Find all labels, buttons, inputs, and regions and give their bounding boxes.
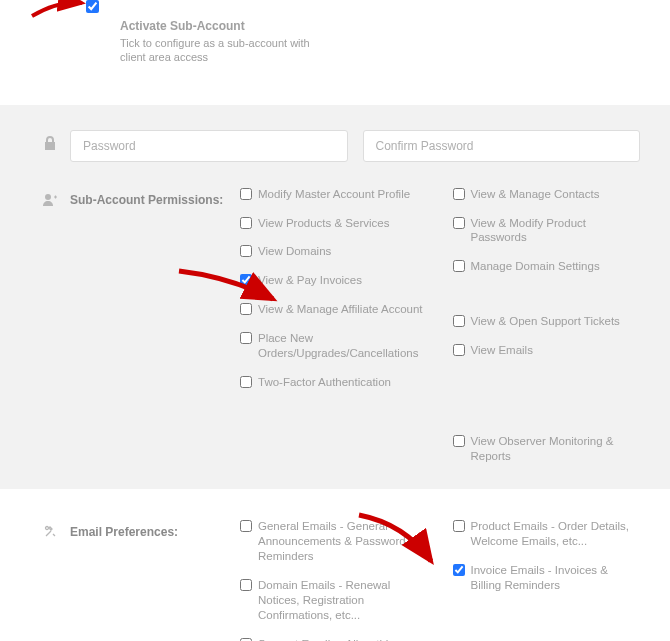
permission-checkbox[interactable] xyxy=(453,435,465,447)
permissions-left-column: Modify Master Account ProfileView Produc… xyxy=(240,187,428,465)
checkbox-item: View & Pay Invoices xyxy=(240,273,428,288)
lock-icon xyxy=(30,130,70,150)
activate-label: Activate Sub-Account xyxy=(120,19,640,33)
permission-label: Two-Factor Authentication xyxy=(258,375,391,390)
permissions-right-column: View & Manage ContactsView & Modify Prod… xyxy=(453,187,641,465)
checkbox-item: General Emails - General Announcements &… xyxy=(240,519,428,564)
permission-checkbox[interactable] xyxy=(240,376,252,388)
permission-checkbox[interactable] xyxy=(240,274,252,286)
checkbox-item: View Products & Services xyxy=(240,216,428,231)
activate-description: Tick to configure as a sub-account with … xyxy=(120,36,320,65)
permission-checkbox[interactable] xyxy=(240,579,252,591)
checkbox-item: Modify Master Account Profile xyxy=(240,187,428,202)
permission-checkbox[interactable] xyxy=(240,520,252,532)
svg-point-2 xyxy=(45,194,51,200)
checkbox-item: Invoice Emails - Invoices & Billing Remi… xyxy=(453,563,641,593)
email-prefs-heading: Email Preferences: xyxy=(70,519,240,539)
permission-label: View Emails xyxy=(471,343,533,358)
permissions-heading: Sub-Account Permissions: xyxy=(70,187,240,207)
permission-label: Product Emails - Order Details, Welcome … xyxy=(471,519,641,549)
permission-label: Manage Domain Settings xyxy=(471,259,600,274)
permission-checkbox[interactable] xyxy=(453,217,465,229)
permission-label: View Observer Monitoring & Reports xyxy=(471,434,641,464)
permission-label: View Domains xyxy=(258,244,331,259)
permission-label: General Emails - General Announcements &… xyxy=(258,519,428,564)
checkbox-item: Manage Domain Settings xyxy=(453,259,641,274)
permission-checkbox[interactable] xyxy=(453,564,465,576)
permission-label: View & Pay Invoices xyxy=(258,273,362,288)
permission-label: Domain Emails - Renewal Notices, Registr… xyxy=(258,578,428,623)
checkbox-item: View & Modify Product Passwords xyxy=(453,216,641,246)
permission-label: View & Manage Contacts xyxy=(471,187,600,202)
permission-checkbox[interactable] xyxy=(240,332,252,344)
annotation-arrow xyxy=(30,0,90,24)
password-input[interactable] xyxy=(70,130,348,162)
permission-checkbox[interactable] xyxy=(240,303,252,315)
checkbox-item: View & Open Support Tickets xyxy=(453,314,641,329)
checkbox-item: Domain Emails - Renewal Notices, Registr… xyxy=(240,578,428,623)
permission-checkbox[interactable] xyxy=(240,188,252,200)
svg-point-4 xyxy=(45,527,48,530)
checkbox-item: Product Emails - Order Details, Welcome … xyxy=(453,519,641,549)
permission-label: Support Emails - Allow this user to open… xyxy=(258,637,428,641)
email-prefs-left-column: General Emails - General Announcements &… xyxy=(240,519,428,641)
permission-checkbox[interactable] xyxy=(453,520,465,532)
permission-checkbox[interactable] xyxy=(453,188,465,200)
permission-label: View & Modify Product Passwords xyxy=(471,216,641,246)
checkbox-item: View Observer Monitoring & Reports xyxy=(453,434,641,464)
permission-label: Place New Orders/Upgrades/Cancellations xyxy=(258,331,428,361)
checkbox-item: View Emails xyxy=(453,343,641,358)
checkbox-item: View Domains xyxy=(240,244,428,259)
permission-checkbox[interactable] xyxy=(240,217,252,229)
permission-checkbox[interactable] xyxy=(453,344,465,356)
permission-label: Invoice Emails - Invoices & Billing Remi… xyxy=(471,563,641,593)
tools-icon xyxy=(30,519,70,538)
permission-checkbox[interactable] xyxy=(453,260,465,272)
checkbox-item: Two-Factor Authentication xyxy=(240,375,428,390)
permission-checkbox[interactable] xyxy=(453,315,465,327)
checkbox-item: View & Manage Affiliate Account xyxy=(240,302,428,317)
checkbox-item: Place New Orders/Upgrades/Cancellations xyxy=(240,331,428,361)
email-prefs-right-column: Product Emails - Order Details, Welcome … xyxy=(453,519,641,641)
permission-label: View & Open Support Tickets xyxy=(471,314,620,329)
permission-label: View & Manage Affiliate Account xyxy=(258,302,423,317)
permission-checkbox[interactable] xyxy=(240,245,252,257)
user-icon xyxy=(30,187,70,206)
activate-sub-account-checkbox[interactable] xyxy=(86,0,99,13)
checkbox-item: Support Emails - Allow this user to open… xyxy=(240,637,428,641)
permission-label: View Products & Services xyxy=(258,216,389,231)
checkbox-item: View & Manage Contacts xyxy=(453,187,641,202)
confirm-password-input[interactable] xyxy=(363,130,641,162)
permission-label: Modify Master Account Profile xyxy=(258,187,410,202)
